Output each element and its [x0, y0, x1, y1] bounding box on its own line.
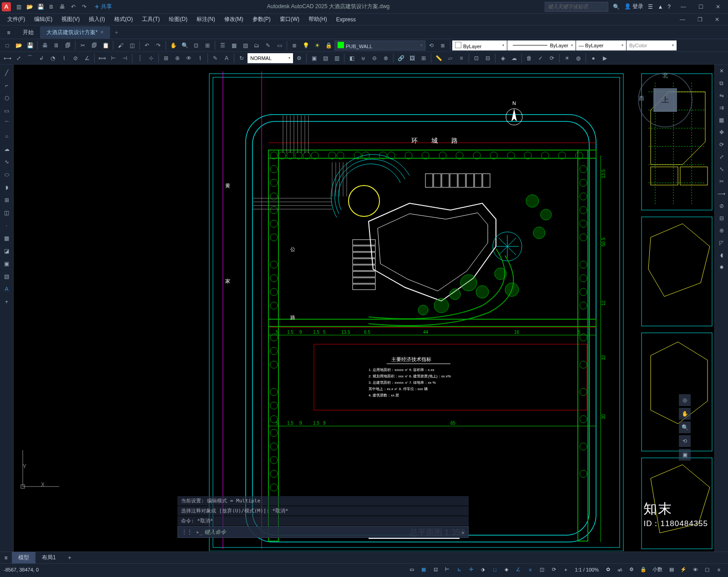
action-play-icon[interactable]: ▶	[599, 53, 610, 64]
union-icon[interactable]: ⊎	[358, 53, 369, 64]
status-infer-icon[interactable]: ⊢	[442, 565, 453, 575]
status-ortho-icon[interactable]: ⊾	[454, 565, 465, 575]
add-selected-icon[interactable]: +	[1, 296, 13, 308]
properties-icon[interactable]: ☰	[217, 40, 228, 51]
status-scale[interactable]: 1:1 / 100%	[572, 567, 602, 572]
status-cleanscreen-icon[interactable]: ▢	[702, 565, 713, 575]
lineweight-dropdown[interactable]: — ByLayer▾	[576, 40, 626, 50]
qat-new-icon[interactable]: ▥	[14, 2, 24, 12]
purge-icon[interactable]: 🗑	[524, 53, 535, 64]
nav-pan-icon[interactable]: ✋	[679, 408, 691, 420]
menu-window[interactable]: 窗口(W)	[275, 14, 304, 25]
dim-linear-icon[interactable]: ⟷	[2, 53, 13, 64]
status-lwt-icon[interactable]: ≡	[525, 565, 536, 575]
fillet-icon[interactable]: ◖	[716, 249, 728, 261]
window-maximize-button[interactable]: ☐	[693, 0, 709, 13]
break-icon[interactable]: ⊟	[716, 212, 728, 224]
dim-update-icon[interactable]: ↻	[236, 53, 247, 64]
status-units[interactable]: 小数	[650, 566, 665, 573]
status-osnap-icon[interactable]: □	[489, 565, 500, 575]
menu-modify[interactable]: 修改(M)	[220, 14, 248, 25]
point-icon[interactable]: ·	[1, 220, 13, 231]
redo-icon[interactable]: ↷	[153, 40, 164, 51]
menu-format[interactable]: 格式(O)	[110, 14, 137, 25]
scale-icon[interactable]: ⤢	[716, 151, 728, 163]
command-input[interactable]: ⋮⋮ ▸_ 键入命令 ▴	[177, 526, 469, 538]
pan-icon[interactable]: ✋	[168, 40, 179, 51]
status-annoscale-icon[interactable]: 🗚	[614, 565, 625, 575]
dim-arc-icon[interactable]: ⌒	[25, 53, 35, 64]
tool-palettes-icon[interactable]: ▤	[240, 40, 251, 51]
cut-icon[interactable]: ✂	[77, 40, 88, 51]
tab-close-icon[interactable]: ×	[101, 29, 104, 35]
status-transparency-icon[interactable]: ◫	[536, 565, 547, 575]
design-center-icon[interactable]: ▦	[228, 40, 239, 51]
qat-undo-icon[interactable]: ↶	[68, 2, 78, 12]
send-back-icon[interactable]: ▥	[331, 53, 342, 64]
join-icon[interactable]: ⊕	[716, 225, 728, 236]
dim-jog-line-icon[interactable]: ⌇	[195, 53, 206, 64]
status-cycle-icon[interactable]: ⟳	[548, 565, 559, 575]
spline-icon[interactable]: ∿	[1, 156, 13, 168]
inspect-icon[interactable]: 👁	[183, 53, 194, 64]
layout-menu-icon[interactable]: ≡	[0, 555, 12, 561]
dim-diameter-icon[interactable]: ⊘	[70, 53, 81, 64]
status-model-icon[interactable]: ▭	[406, 565, 417, 575]
window-minimize-button[interactable]: —	[675, 0, 692, 13]
status-quickprops-icon[interactable]: ▤	[666, 565, 677, 575]
qat-saveas-icon[interactable]: 🗎	[46, 2, 56, 12]
measure-dist-icon[interactable]: 📏	[433, 53, 444, 64]
offset-icon[interactable]: ⇉	[716, 102, 728, 114]
dim-jogged-icon[interactable]: ⌇	[59, 53, 70, 64]
arc-icon[interactable]: ⌒	[1, 118, 13, 130]
dim-text-edit-icon[interactable]: A	[221, 53, 232, 64]
layer-on-icon[interactable]: 💡	[300, 40, 311, 51]
quickcalc-icon[interactable]: ▭	[274, 40, 285, 51]
viewcube-top-face[interactable]: 上	[653, 88, 677, 112]
status-lock-icon[interactable]: 🔒	[638, 565, 649, 575]
help-search-input[interactable]: 键入关键字或短语	[545, 2, 608, 12]
status-hardware-icon[interactable]: ⚡	[678, 565, 689, 575]
layer-freeze-icon[interactable]: ☀	[312, 40, 323, 51]
tab-start[interactable]: 开始	[16, 26, 40, 39]
extend-icon[interactable]: ⟶	[716, 188, 728, 200]
layout-tab-layout1[interactable]: 布局1	[35, 552, 62, 563]
app-menu-icon[interactable]: A	[2, 2, 11, 11]
ellipse-icon[interactable]: ⬭	[1, 169, 13, 181]
paste-icon[interactable]: 📋	[100, 40, 111, 51]
dim-edit-icon[interactable]: ✎	[210, 53, 221, 64]
status-iso-icon[interactable]: ⬗	[477, 565, 488, 575]
menu-parametric[interactable]: 参数(P)	[248, 14, 275, 25]
status-customize-icon[interactable]: ≡	[713, 565, 724, 575]
draworder-icon[interactable]: ▣	[308, 53, 319, 64]
command-expand-icon[interactable]: ▴	[461, 529, 465, 535]
status-annomonitor-icon[interactable]: +	[560, 565, 571, 575]
status-gear-icon[interactable]: ✿	[602, 565, 613, 575]
revcloud-icon[interactable]: ☁	[509, 53, 520, 64]
linetype-dropdown[interactable]: ByLayer▾	[507, 40, 576, 50]
subtract-icon[interactable]: ⊖	[369, 53, 380, 64]
copy-obj-icon[interactable]: ⧉	[716, 77, 728, 89]
menu-insert[interactable]: 插入(I)	[84, 14, 109, 25]
audit-icon[interactable]: ✓	[535, 53, 546, 64]
drawing-canvas[interactable]: 环城路	[14, 65, 714, 552]
dim-angular-icon[interactable]: ∠	[81, 53, 92, 64]
field-icon[interactable]: ⊞	[418, 53, 429, 64]
autodesk-app-icon[interactable]: ☰	[648, 4, 653, 10]
intersect-icon[interactable]: ⊗	[380, 53, 391, 64]
ungroup-icon[interactable]: ⊟	[482, 53, 493, 64]
materials-icon[interactable]: ◍	[573, 53, 584, 64]
markup-icon[interactable]: ✎	[263, 40, 273, 51]
recover-icon[interactable]: ⟳	[546, 53, 557, 64]
menu-file[interactable]: 文件(F)	[3, 14, 30, 25]
doc-close-button[interactable]: ✕	[709, 13, 725, 26]
qat-open-icon[interactable]: 📂	[25, 2, 35, 12]
nav-zoom-icon[interactable]: 🔍	[679, 421, 691, 433]
group-icon[interactable]: ⊡	[471, 53, 482, 64]
stretch-icon[interactable]: ⤡	[716, 163, 728, 175]
status-snap-icon[interactable]: ⊡	[430, 565, 441, 575]
break-point-icon[interactable]: ⊘	[716, 200, 728, 212]
list-icon[interactable]: ≡	[456, 53, 467, 64]
render-icon[interactable]: ☀	[561, 53, 572, 64]
insert-block-icon[interactable]: ⊞	[1, 194, 13, 206]
